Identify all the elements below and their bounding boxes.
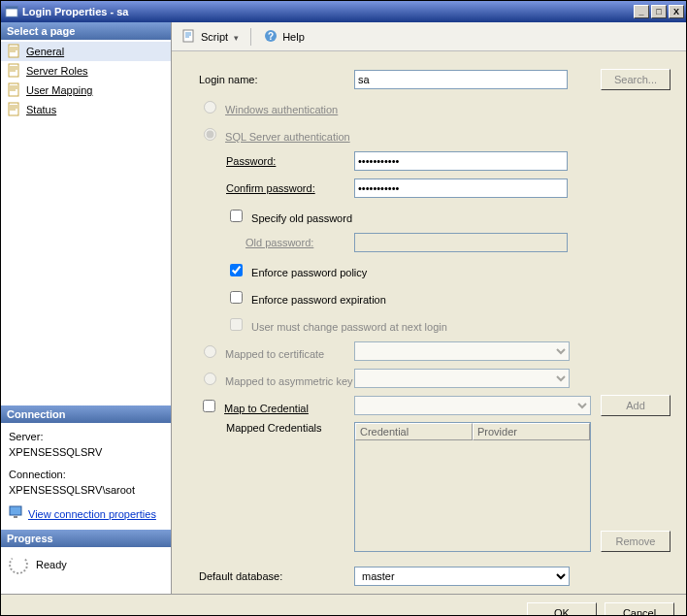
default-database-combo[interactable]: master [354, 567, 570, 586]
app-icon [5, 5, 18, 18]
map-credential-combo [354, 396, 591, 415]
remove-button[interactable]: Remove [601, 531, 671, 552]
must-change-label: User must change password at next login [251, 321, 447, 333]
confirm-password-label: Confirm password: [199, 182, 354, 194]
map-credential-checkbox[interactable] [203, 400, 215, 412]
password-input[interactable] [354, 151, 568, 171]
chevron-down-icon [232, 31, 239, 43]
connection-label: Connection: [9, 467, 163, 483]
mapped-cert-label: Mapped to certificate [225, 348, 324, 360]
windows-auth-radio-row: Windows authentication [199, 98, 338, 115]
windows-auth-radio [204, 101, 216, 113]
login-name-input[interactable] [354, 70, 568, 89]
ok-button[interactable]: OK [527, 602, 597, 616]
help-icon: ? [263, 28, 278, 46]
page-icon [7, 102, 22, 117]
monitor-icon [9, 504, 24, 525]
nav-item-user-mapping[interactable]: User Mapping [1, 81, 171, 100]
mapped-credentials-grid: Credential Provider [354, 422, 591, 552]
sql-auth-radio-row: SQL Server authentication [199, 125, 350, 143]
nav-item-general[interactable]: General [1, 42, 171, 61]
specify-old-password-checkbox[interactable] [230, 210, 243, 222]
progress-body: Ready [1, 547, 171, 582]
page-icon [7, 44, 22, 59]
nav-label: Status [26, 104, 56, 115]
progress-spinner-icon [9, 555, 28, 574]
password-label: Password: [199, 155, 354, 167]
specify-old-row: Specify old password [199, 207, 352, 225]
must-change-checkbox [230, 318, 243, 331]
script-icon [181, 28, 197, 46]
mapped-asym-label: Mapped to asymmetric key [225, 375, 352, 387]
search-button[interactable]: Search... [601, 69, 671, 90]
grid-col-provider: Provider [473, 423, 590, 440]
connection-value: XPENSESSQLSRV\saroot [9, 482, 163, 499]
nav-label: General [26, 46, 64, 57]
toolbar: Script ? Help [172, 22, 686, 51]
nav-label: User Mapping [26, 84, 92, 96]
sql-auth-radio [204, 128, 216, 141]
login-name-label: Login name: [199, 74, 354, 85]
map-credential-label: Map to Credential [224, 403, 309, 414]
old-password-label: Old password: [199, 237, 354, 248]
default-database-label: Default database: [199, 570, 354, 582]
help-label: Help [282, 31, 305, 43]
nav-item-server-roles[interactable]: Server Roles [1, 61, 171, 81]
page-icon [7, 63, 22, 79]
sql-auth-label: SQL Server authentication [225, 131, 350, 143]
maximize-button[interactable]: □ [651, 5, 667, 18]
progress-status: Ready [36, 559, 67, 570]
mapped-credentials-label: Mapped Credentials [199, 422, 354, 434]
mapped-cert-radio [204, 345, 216, 358]
nav-item-status[interactable]: Status [1, 100, 171, 119]
confirm-password-input[interactable] [354, 178, 568, 198]
form-area: Login name: Search... Windows authentica… [172, 51, 686, 594]
mapped-cert-combo [354, 341, 570, 361]
close-button[interactable]: X [669, 5, 684, 18]
svg-rect-6 [10, 506, 21, 515]
connection-body: Server: XPENSESSQLSRV Connection: XPENSE… [1, 423, 171, 531]
right-panel: Script ? Help Login name: Search... Wind… [172, 22, 686, 594]
enforce-policy-label: Enforce password policy [251, 267, 367, 278]
mapped-asym-radio [204, 373, 216, 385]
toolbar-separator [250, 28, 251, 46]
nav-label: Server Roles [26, 65, 88, 77]
old-password-input [354, 233, 568, 252]
svg-rect-8 [183, 30, 193, 42]
svg-rect-1 [6, 7, 17, 10]
enforce-expiration-label: Enforce password expiration [251, 294, 386, 306]
left-panel: Select a page General Server Roles User … [1, 22, 172, 594]
help-button[interactable]: ? Help [259, 26, 309, 48]
dialog-footer: OK Cancel [1, 594, 686, 616]
svg-text:?: ? [268, 31, 274, 42]
add-button[interactable]: Add [601, 395, 671, 416]
minimize-button[interactable]: _ [634, 5, 649, 18]
server-value: XPENSESSQLSRV [9, 444, 163, 461]
server-label: Server: [9, 429, 163, 445]
select-page-header: Select a page [1, 22, 171, 40]
connection-header: Connection [1, 405, 171, 423]
windows-auth-label: Windows authentication [225, 104, 338, 115]
specify-old-label: Specify old password [251, 212, 352, 224]
cancel-button[interactable]: Cancel [605, 602, 674, 616]
enforce-expiration-checkbox[interactable] [230, 291, 243, 304]
titlebar: Login Properties - sa _ □ X [1, 1, 686, 22]
window-title: Login Properties - sa [22, 6, 632, 17]
svg-rect-7 [14, 516, 17, 518]
script-button[interactable]: Script [178, 26, 243, 48]
view-connection-properties-link[interactable]: View connection properties [28, 506, 156, 523]
page-nav: General Server Roles User Mapping Status [1, 40, 171, 121]
script-label: Script [201, 31, 228, 43]
enforce-policy-checkbox[interactable] [230, 264, 243, 276]
mapped-asym-combo [354, 369, 570, 388]
progress-header: Progress [1, 530, 171, 547]
page-icon [7, 82, 22, 98]
grid-col-credential: Credential [355, 423, 473, 440]
